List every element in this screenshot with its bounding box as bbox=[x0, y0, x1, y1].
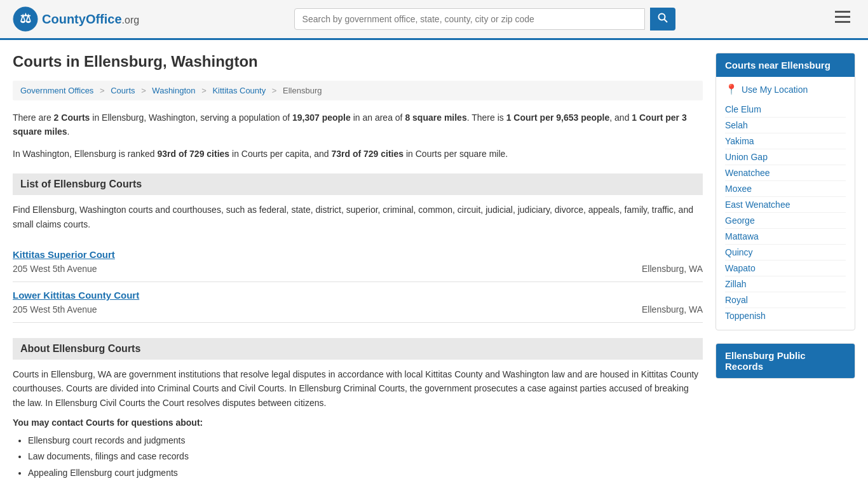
breadcrumb-courts[interactable]: Courts bbox=[111, 86, 135, 95]
nearby-city-george[interactable]: George bbox=[725, 213, 846, 229]
search-input[interactable] bbox=[294, 8, 645, 30]
rank-capita: 93rd of 729 cities bbox=[158, 149, 230, 159]
breadcrumb-government-offices[interactable]: Government Offices bbox=[20, 86, 93, 95]
search-area bbox=[294, 8, 675, 30]
svg-rect-5 bbox=[835, 16, 850, 18]
breadcrumb-sep-1: > bbox=[100, 86, 105, 95]
logo-area: ⚖ CountyOffice.org bbox=[13, 6, 139, 32]
info-paragraph-1: There are 2 Courts in Ellensburg, Washin… bbox=[13, 111, 703, 139]
court-item-1: Kittitas Superior Court 205 West 5th Ave… bbox=[13, 241, 703, 282]
nearby-city-wenatchee[interactable]: Wenatchee bbox=[725, 165, 846, 181]
contact-list: Ellensburg court records and judgments L… bbox=[13, 433, 703, 481]
court-name-2[interactable]: Lower Kittitas County Court bbox=[13, 290, 703, 301]
info-paragraph-2: In Washington, Ellensburg is ranked 93rd… bbox=[13, 147, 703, 161]
nearby-city-moxee[interactable]: Moxee bbox=[725, 181, 846, 197]
nearby-city-union-gap[interactable]: Union Gap bbox=[725, 149, 846, 165]
logo-icon: ⚖ bbox=[13, 6, 38, 32]
nearby-city-mattawa[interactable]: Mattawa bbox=[725, 229, 846, 245]
svg-text:⚖: ⚖ bbox=[20, 11, 31, 25]
contact-item-2: Law documents, filings and case records bbox=[28, 449, 703, 464]
nearby-city-quincy[interactable]: Quincy bbox=[725, 245, 846, 261]
page-title: Courts in Ellensburg, Washington bbox=[13, 53, 703, 71]
court-citystate-2: Ellensburg, WA bbox=[642, 304, 703, 315]
about-text: Courts in Ellensburg, WA are government … bbox=[13, 367, 703, 410]
breadcrumb-sep-4: > bbox=[272, 86, 277, 95]
svg-point-2 bbox=[658, 14, 665, 20]
breadcrumb-sep-3: > bbox=[201, 86, 207, 95]
use-location-label: Use My Location bbox=[742, 85, 808, 95]
menu-button[interactable] bbox=[830, 8, 855, 30]
nearby-city-yakima[interactable]: Yakima bbox=[725, 133, 846, 149]
site-header: ⚖ CountyOffice.org bbox=[0, 0, 868, 40]
breadcrumb-ellensburg: Ellensburg bbox=[283, 86, 322, 95]
nearby-city-wapato[interactable]: Wapato bbox=[725, 261, 846, 276]
logo-text: CountyOffice.org bbox=[42, 12, 139, 27]
search-button[interactable] bbox=[650, 8, 675, 30]
court-name-1[interactable]: Kittitas Superior Court bbox=[13, 249, 703, 260]
court-address-1: 205 West 5th Avenue bbox=[13, 264, 97, 274]
court-item-2: Lower Kittitas County Court 205 West 5th… bbox=[13, 282, 703, 323]
nearby-city-cle-elum[interactable]: Cle Elum bbox=[725, 102, 846, 118]
location-pin-icon: 📍 bbox=[725, 83, 738, 95]
court-count: 2 Courts bbox=[54, 112, 90, 123]
contact-item-1: Ellensburg court records and judgments bbox=[28, 433, 703, 449]
area: 8 square miles bbox=[405, 112, 466, 123]
content-area: Courts in Ellensburg, Washington Governm… bbox=[13, 53, 703, 481]
svg-rect-4 bbox=[835, 11, 850, 13]
use-location-link[interactable]: 📍 Use My Location bbox=[725, 83, 846, 95]
court-details-1: 205 West 5th Avenue Ellensburg, WA bbox=[13, 264, 703, 274]
list-description: Find Ellensburg, Washington courts and c… bbox=[13, 203, 703, 231]
nearby-city-zillah[interactable]: Zillah bbox=[725, 276, 846, 292]
nearby-courts-content: 📍 Use My Location Cle Elum Selah Yakima … bbox=[716, 77, 855, 330]
population: 19,307 people bbox=[292, 112, 351, 123]
court-citystate-1: Ellensburg, WA bbox=[642, 264, 703, 274]
breadcrumb-washington[interactable]: Washington bbox=[152, 86, 195, 95]
svg-line-3 bbox=[664, 20, 667, 23]
contact-header: You may contact Courts for questions abo… bbox=[13, 417, 703, 428]
nearby-city-toppenish[interactable]: Toppenish bbox=[725, 308, 846, 323]
breadcrumb: Government Offices > Courts > Washington… bbox=[13, 81, 703, 100]
search-icon bbox=[658, 13, 668, 23]
court-details-2: 205 West 5th Avenue Ellensburg, WA bbox=[13, 304, 703, 315]
breadcrumb-kittitas-county[interactable]: Kittitas County bbox=[212, 86, 266, 95]
sidebar: Courts near Ellensburg 📍 Use My Location… bbox=[715, 53, 855, 481]
public-records-box: Ellensburg Public Records bbox=[715, 343, 855, 379]
svg-rect-6 bbox=[835, 21, 850, 23]
nearby-city-royal[interactable]: Royal bbox=[725, 292, 846, 308]
nearby-city-selah[interactable]: Selah bbox=[725, 118, 846, 133]
public-records-header: Ellensburg Public Records bbox=[716, 344, 855, 378]
nearby-courts-box: Courts near Ellensburg 📍 Use My Location… bbox=[715, 53, 855, 330]
main-container: Courts in Ellensburg, Washington Governm… bbox=[0, 40, 868, 488]
hamburger-icon bbox=[835, 11, 850, 24]
rank-sqmile: 73rd of 729 cities bbox=[331, 149, 403, 159]
per-people: 1 Court per 9,653 people bbox=[506, 112, 610, 123]
nearby-city-east-wenatchee[interactable]: East Wenatchee bbox=[725, 197, 846, 213]
list-section-header: List of Ellensburg Courts bbox=[13, 173, 703, 195]
court-address-2: 205 West 5th Avenue bbox=[13, 304, 97, 315]
about-section-header: About Ellensburg Courts bbox=[13, 338, 703, 360]
contact-item-3: Appealing Ellensburg court judgments bbox=[28, 465, 703, 481]
nearby-courts-header: Courts near Ellensburg bbox=[716, 53, 855, 77]
breadcrumb-sep-2: > bbox=[141, 86, 146, 95]
